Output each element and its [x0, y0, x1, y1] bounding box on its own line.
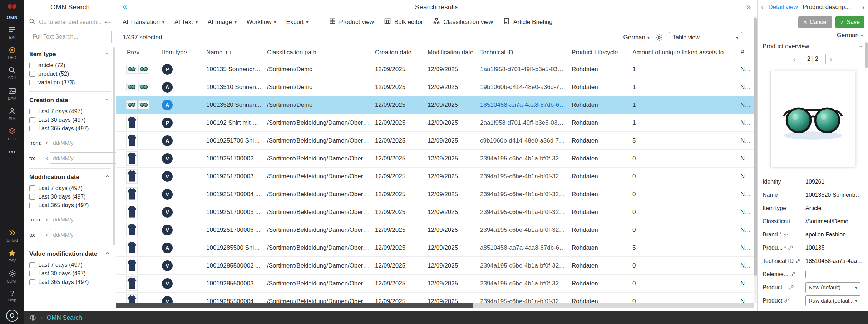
rail-item-dam[interactable]: DAM	[0, 83, 24, 104]
facet-option-variation[interactable]: variation (373)	[29, 78, 111, 87]
rail-item-pim[interactable]: PIM	[0, 104, 24, 124]
facet-header[interactable]: Creation date	[29, 92, 111, 107]
tab-detail-view[interactable]: Detail view	[768, 4, 798, 11]
product-image-card[interactable]	[770, 71, 855, 167]
rail-item-conf[interactable]: CONF	[0, 266, 24, 286]
omn-logo[interactable]: OMN	[6, 3, 18, 20]
table-row[interactable]: V10019285500003 .../Sortiment/Bekleidung…	[116, 275, 757, 293]
table-row[interactable]: V10019251700006 .../Sortiment/Bekleidung…	[116, 221, 757, 239]
view-product-view[interactable]: Product view	[329, 18, 374, 26]
menu-ai-image[interactable]: AI Image▾	[208, 19, 237, 26]
column-header-name[interactable]: Name1 ↑	[203, 49, 264, 56]
tab-scroll-left-icon[interactable]: ‹	[761, 3, 763, 11]
user-avatar[interactable]: O	[6, 310, 18, 322]
date-input[interactable]	[53, 155, 116, 161]
facet-header[interactable]: Value modification date	[29, 245, 111, 261]
pager-prev-icon[interactable]: ‹	[793, 55, 796, 63]
view-bulk-editor[interactable]: Bulk editor	[384, 18, 423, 26]
vertical-scrollbar[interactable]	[754, 16, 757, 303]
rail-item-eai[interactable]: EAI	[0, 22, 24, 43]
table-row[interactable]: V10019251700004 .../Sortiment/Bekleidung…	[116, 185, 757, 203]
checkbox[interactable]	[29, 279, 35, 285]
pager-next-icon[interactable]: ›	[830, 55, 833, 63]
checkbox[interactable]	[29, 262, 35, 268]
checkbox[interactable]	[29, 185, 35, 191]
product-select[interactable]: Raw data (defaul...▾	[805, 295, 860, 306]
view-classification-view[interactable]: Classification view	[433, 18, 493, 26]
table-row[interactable]: V10019251700005 .../Sortiment/Bekleidung…	[116, 203, 757, 221]
facet-option-last-30-days[interactable]: Last 30 days (497)	[29, 116, 111, 124]
facet-option-last-7-days[interactable]: Last 7 days (497)	[29, 184, 111, 193]
table-row[interactable]: V10019251700003 .../Sortiment/Bekleidung…	[116, 168, 757, 185]
date-prev-icon[interactable]: ‹	[46, 154, 48, 162]
column-header-technical-id[interactable]: Technical ID	[477, 49, 569, 56]
goto-extended-search-input[interactable]	[39, 19, 101, 25]
column-header-creation-date[interactable]: Creation date	[372, 49, 425, 56]
facet-option-article[interactable]: article (72)	[29, 61, 111, 70]
menu-export[interactable]: Export▾	[286, 19, 308, 26]
table-language-dropdown[interactable]: German ▾	[623, 34, 650, 41]
checkbox[interactable]	[29, 109, 35, 114]
table-row[interactable]: A10013510 Sonnen.../Sortiment/Demo12/09/…	[116, 78, 757, 96]
product-overview-header[interactable]: Product overview	[758, 41, 868, 52]
date-prev-icon[interactable]: ‹	[46, 231, 48, 239]
rail-more-button[interactable]	[0, 144, 24, 159]
facet-option-last-365-days[interactable]: Last 365 days (497)	[29, 124, 111, 133]
column-header-produc[interactable]: Produc...	[738, 49, 754, 56]
detail-language-dropdown[interactable]: German ▾	[837, 32, 863, 39]
table-row[interactable]: V10019251700002 .../Sortiment/Bekleidung…	[116, 150, 757, 168]
facet-option-last-7-days[interactable]: Last 7 days (497)	[29, 107, 111, 116]
tab-scroll-right-icon[interactable]: ›	[862, 3, 864, 11]
rail-item-pco[interactable]: PCO	[0, 124, 24, 144]
column-header-amount-of-unique-linked-assets-to-product[interactable]: Amount of unique linked assets to produc…	[630, 49, 738, 56]
column-header-classification-path[interactable]: Classification path	[264, 49, 372, 56]
menu-ai-text[interactable]: AI Text▾	[174, 19, 198, 26]
rail-item-fav[interactable]: FAV	[0, 246, 24, 266]
checkbox[interactable]	[29, 63, 35, 68]
horizontal-scrollbar-thumb[interactable]	[116, 303, 473, 308]
column-header-modification-date[interactable]: Modification date	[425, 49, 477, 56]
cancel-button[interactable]: ✕ Cancel	[798, 16, 832, 28]
detail-scrollbar[interactable]	[865, 42, 868, 68]
checkbox[interactable]	[29, 71, 35, 77]
rail-item-unfold[interactable]: Unfold	[0, 225, 24, 246]
collapse-left-button[interactable]: «	[123, 3, 127, 11]
product-select[interactable]: New (default)▾	[805, 282, 860, 293]
rail-item-help[interactable]: ?Help	[0, 286, 24, 305]
table-row[interactable]: P100192 Shirt mit Zi.../Sortiment/Beklei…	[116, 114, 757, 132]
sort-indicator[interactable]: 1 ↑	[225, 50, 232, 55]
view-article-briefing[interactable]: Article Briefing	[503, 18, 553, 26]
checkbox[interactable]	[29, 194, 35, 200]
table-row[interactable]: V10019285500002 .../Sortiment/Bekleidung…	[116, 257, 757, 275]
horizontal-scrollbar[interactable]	[116, 303, 754, 308]
globe-icon[interactable]	[29, 314, 36, 321]
date-input[interactable]	[53, 232, 116, 238]
facet-option-last-30-days[interactable]: Last 30 days (497)	[29, 269, 111, 278]
facet-option-last-365-days[interactable]: Last 365 days (497)	[29, 201, 111, 210]
facet-option-last-30-days[interactable]: Last 30 days (497)	[29, 193, 111, 201]
table-row[interactable]: P100135 Sonnenbrille/Sortiment/Demo12/09…	[116, 60, 757, 78]
date-input[interactable]	[53, 140, 116, 146]
search-options-button[interactable]	[104, 19, 112, 26]
date-prev-icon[interactable]: ‹	[46, 139, 48, 146]
table-settings-button[interactable]	[655, 34, 663, 41]
sidebar-scrollbar[interactable]	[113, 47, 115, 245]
table-row[interactable]: A10019285500 Shirt.../Sortiment/Bekleidu…	[116, 239, 757, 257]
checkbox[interactable]	[29, 117, 35, 123]
facet-option-last-7-days[interactable]: Last 7 days (497)	[29, 261, 111, 269]
checkbox[interactable]	[29, 203, 35, 208]
breadcrumb[interactable]: OMN Search	[47, 314, 82, 321]
checkbox[interactable]	[29, 271, 35, 276]
facet-header[interactable]: Modification date	[29, 169, 111, 184]
menu-workflow[interactable]: Workflow▾	[247, 19, 276, 26]
collapse-right-button[interactable]: »	[746, 3, 751, 11]
rail-item-dbd[interactable]: DBD	[0, 43, 24, 63]
save-button[interactable]: ✓ Save	[835, 16, 864, 28]
checkbox[interactable]	[29, 126, 35, 131]
facet-option-last-365-days[interactable]: Last 365 days (497)	[29, 278, 111, 286]
table-row[interactable]: A10019251700 Shirt.../Sortiment/Bekleidu…	[116, 132, 757, 150]
column-header-item-type[interactable]: Item type	[159, 49, 203, 56]
vertical-scrollbar-thumb[interactable]	[754, 18, 757, 276]
release-checkbox[interactable]	[805, 271, 806, 278]
rail-item-srh[interactable]: SRH	[0, 63, 24, 83]
